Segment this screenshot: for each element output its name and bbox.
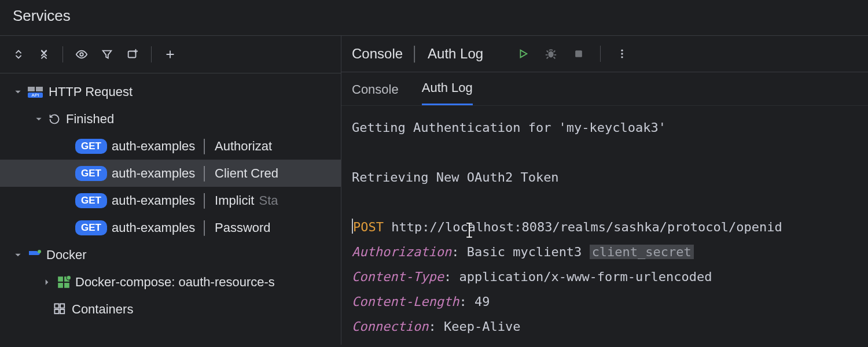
- show-hidden-button[interactable]: [71, 44, 92, 65]
- toolbar-divider: [62, 46, 63, 62]
- tree-node-label: Docker-compose: oauth-resource-s: [75, 275, 275, 290]
- details-header: Console │ Auth Log: [341, 36, 868, 72]
- tree-request-item[interactable]: GET auth-examples │ Client Cred: [0, 160, 341, 187]
- http-header-value: 49: [475, 294, 490, 309]
- http-method-badge: GET: [75, 193, 107, 208]
- svg-rect-2: [28, 87, 35, 91]
- add-service-button[interactable]: [160, 44, 181, 65]
- toolbar-divider: [600, 46, 601, 62]
- request-name-dim: Sta: [259, 193, 278, 208]
- svg-point-18: [621, 50, 623, 51]
- http-method-badge: GET: [75, 139, 107, 154]
- http-secret: client_secret: [590, 245, 694, 259]
- svg-rect-14: [54, 309, 58, 313]
- http-header-value: Basic myclient3: [467, 245, 582, 259]
- tree-node-label: Finished: [66, 112, 114, 127]
- http-header-name: Authorization: [352, 245, 451, 259]
- tree-node-containers[interactable]: Containers: [0, 296, 341, 323]
- http-api-icon: API: [28, 86, 44, 98]
- http-header-name: Content-Type: [352, 270, 444, 284]
- svg-rect-17: [575, 50, 582, 57]
- expand-all-button[interactable]: [8, 44, 29, 65]
- chevron-down-icon: [34, 115, 44, 123]
- svg-rect-9: [58, 283, 63, 288]
- svg-text:API: API: [32, 93, 39, 98]
- svg-rect-15: [60, 309, 64, 313]
- svg-rect-12: [54, 304, 58, 308]
- request-name: Authorizat: [215, 139, 272, 154]
- new-window-button[interactable]: [122, 44, 143, 65]
- panel-title: Services: [0, 0, 868, 36]
- request-file: auth-examples: [112, 193, 195, 208]
- svg-point-11: [67, 275, 71, 280]
- http-method-badge: GET: [75, 166, 107, 181]
- header-console-label: Console: [352, 46, 403, 62]
- chevron-right-icon: [42, 278, 52, 286]
- http-header-name: Connection: [352, 319, 428, 334]
- more-button[interactable]: [612, 44, 632, 64]
- services-toolbar: [0, 36, 341, 73]
- svg-rect-1: [128, 51, 136, 58]
- request-name: Password: [215, 220, 271, 235]
- tree-node-http-request[interactable]: API HTTP Request: [0, 78, 341, 105]
- services-tree: API HTTP Request Finished GET auth-examp…: [0, 73, 341, 323]
- tree-node-label: Containers: [72, 302, 133, 317]
- docker-compose-icon: [57, 276, 71, 289]
- auth-log-output[interactable]: Getting Authentication for 'my-keycloak3…: [341, 106, 868, 345]
- stop-button[interactable]: [569, 44, 589, 64]
- tree-request-item[interactable]: GET auth-examples │ Authorizat: [0, 132, 341, 160]
- svg-rect-7: [58, 276, 63, 282]
- collapse-all-button[interactable]: [34, 44, 54, 65]
- svg-point-0: [80, 53, 83, 56]
- chevron-down-icon: [13, 251, 23, 259]
- toolbar-divider: [151, 46, 152, 62]
- details-tabs: Console Auth Log: [341, 72, 868, 106]
- svg-point-19: [621, 53, 623, 54]
- chevron-down-icon: [13, 88, 23, 96]
- request-name: Client Cred: [215, 166, 278, 181]
- http-header-name: Content-Length: [352, 294, 459, 309]
- tree-node-compose[interactable]: Docker-compose: oauth-resource-s: [0, 268, 341, 296]
- http-method-badge: GET: [75, 220, 107, 235]
- tree-node-label: HTTP Request: [49, 84, 133, 99]
- details-pane: Console │ Auth Log Console Auth Log Gett…: [341, 36, 868, 345]
- http-header-value: Keep-Alive: [444, 319, 520, 334]
- http-header-value: application/x-www-form-urlencoded: [459, 270, 712, 284]
- filter-button[interactable]: [97, 44, 117, 65]
- request-file: auth-examples: [112, 220, 195, 235]
- tree-request-item[interactable]: GET auth-examples │ Implicit Sta: [0, 187, 341, 214]
- tree-node-label: Docker: [46, 248, 87, 263]
- log-line: Retrieving New OAuth2 Token: [352, 170, 559, 184]
- run-button[interactable]: [513, 44, 533, 64]
- debug-button[interactable]: [541, 44, 561, 64]
- svg-point-20: [621, 56, 623, 58]
- separator: │: [200, 193, 210, 208]
- svg-rect-3: [36, 87, 43, 91]
- svg-point-6: [38, 250, 41, 253]
- main-split: API HTTP Request Finished GET auth-examp…: [0, 36, 868, 345]
- log-line: Getting Authentication for 'my-keycloak3…: [352, 120, 666, 135]
- docker-icon: [28, 249, 42, 261]
- tree-node-docker[interactable]: Docker: [0, 241, 341, 268]
- tab-console[interactable]: Console: [352, 82, 399, 105]
- reload-icon: [49, 113, 61, 125]
- http-method: POST: [353, 220, 384, 234]
- request-file: auth-examples: [112, 166, 195, 181]
- tree-request-item[interactable]: GET auth-examples │ Password: [0, 214, 341, 241]
- separator: │: [200, 220, 210, 235]
- request-file: auth-examples: [112, 139, 195, 154]
- header-separator: │: [411, 46, 420, 62]
- svg-point-16: [549, 51, 554, 57]
- separator: │: [200, 139, 210, 154]
- svg-rect-10: [64, 283, 69, 288]
- separator: │: [200, 166, 210, 181]
- http-url: http://localhost:8083/realms/sashka/prot…: [391, 220, 782, 234]
- header-authlog-label: Auth Log: [428, 46, 483, 62]
- services-sidebar: API HTTP Request Finished GET auth-examp…: [0, 36, 341, 345]
- svg-rect-13: [60, 304, 64, 308]
- containers-icon: [53, 303, 67, 316]
- request-name: Implicit: [215, 193, 254, 208]
- tree-node-finished[interactable]: Finished: [0, 105, 341, 132]
- tab-auth-log[interactable]: Auth Log: [422, 80, 473, 105]
